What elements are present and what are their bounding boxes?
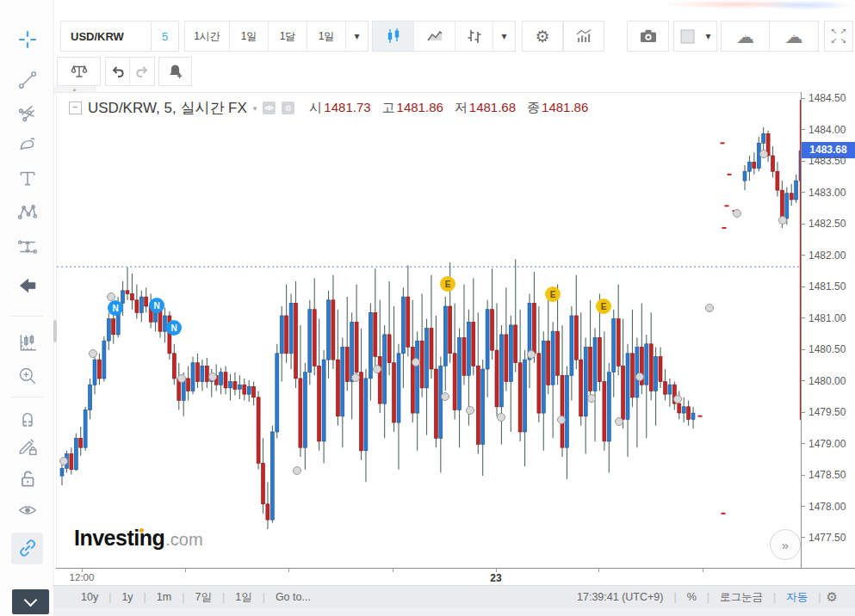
magnet-icon <box>17 408 38 428</box>
symbol-button[interactable]: USD/KRW <box>60 21 152 52</box>
crosshair-tool[interactable] <box>15 27 40 52</box>
fullscreen-button[interactable]: ↖↗↙↘ <box>824 21 853 52</box>
legend-collapse-button[interactable]: − <box>69 102 82 114</box>
range-10y-button[interactable]: 10y <box>71 591 108 603</box>
chart-legend: − USD/KRW, 5, 실시간 FX ▾ ⚙ 시1481.73 고1481.… <box>69 98 588 118</box>
trend-line-tool[interactable] <box>15 67 40 93</box>
range-7d-button[interactable]: 7일 <box>184 590 221 605</box>
time-tick <box>703 569 703 572</box>
undo-button[interactable] <box>106 58 130 85</box>
price-tick-label: 1480.00 <box>802 375 846 387</box>
long-short-position-tool[interactable] <box>15 234 40 260</box>
gann-fib-icon <box>17 102 38 123</box>
measure-tool[interactable] <box>15 330 40 355</box>
screenshot-button[interactable] <box>627 21 669 52</box>
time-tick-label: 12:00 <box>70 572 95 582</box>
chevron-down-icon: ▾ <box>354 30 359 42</box>
interval-1mo-button[interactable]: 1달 <box>269 22 307 51</box>
hide-all-tool[interactable] <box>15 497 40 523</box>
go-to-button[interactable]: Go to... <box>265 591 321 603</box>
xabcd-pattern-tool[interactable] <box>15 200 40 225</box>
area-type-button[interactable] <box>414 22 455 51</box>
range-1d-button[interactable]: 1일 <box>225 590 262 605</box>
layout-group: ☁↓ ☁↑ <box>721 21 819 52</box>
add-alert-button[interactable] <box>158 57 192 86</box>
interval-1d-button[interactable]: 1일 <box>230 22 269 51</box>
interval-1d2-button[interactable]: 1일 <box>307 22 346 51</box>
time-axis[interactable]: 12:0023 <box>56 568 855 586</box>
zoom-in-icon <box>17 366 38 386</box>
scroll-to-realtime-button[interactable]: » <box>770 529 801 560</box>
price-tick-label: 1479.00 <box>802 438 846 450</box>
axis-settings: 17:39:41 (UTC+9)| %| 로그눈금| 자동| ⚙ <box>567 589 843 605</box>
ohlc-bars-icon <box>466 28 483 45</box>
interval-dropdown-button[interactable]: ▾ <box>346 22 368 51</box>
candlestick-chart[interactable]: NNNEEE <box>57 93 802 569</box>
chart-left-handle[interactable] <box>53 320 57 342</box>
legend-visibility-button[interactable] <box>263 102 276 114</box>
price-axis[interactable]: 1483.68 1484.501484.001483.501483.001482… <box>801 92 855 568</box>
link-tool[interactable] <box>15 535 40 561</box>
text-tool[interactable] <box>15 165 40 191</box>
indicators-button[interactable] <box>563 21 604 52</box>
active-interval-label: 5 <box>162 30 168 43</box>
gear-icon: ⚙ <box>285 104 292 113</box>
price-tick-label: 1481.50 <box>802 280 846 293</box>
load-layout-button[interactable]: ☁↓ <box>722 22 770 51</box>
logo-brand: Investing <box>74 526 164 551</box>
unlocked-padlock-icon <box>17 468 38 489</box>
drawing-tools-sidebar <box>0 0 54 616</box>
chevron-down-icon: ▾ <box>705 30 710 42</box>
gann-fib-tool[interactable] <box>15 100 40 126</box>
chevron-down-icon: ▾ <box>501 30 506 42</box>
range-1m-button[interactable]: 1m <box>146 591 182 603</box>
logo-suffix: .com <box>165 530 202 551</box>
eye-icon <box>17 500 38 521</box>
price-tick-label: 1477.50 <box>802 532 846 544</box>
sidebar-collapse-button[interactable] <box>12 589 49 614</box>
zoom-in-tool[interactable] <box>15 363 40 389</box>
background-color-button[interactable] <box>674 22 700 51</box>
chevron-down-icon[interactable]: ▾ <box>253 104 257 113</box>
brush-tool[interactable] <box>15 132 40 157</box>
price-tick-label: 1483.00 <box>802 187 846 199</box>
scales-icon <box>70 63 89 80</box>
legend-settings-button[interactable]: ⚙ <box>282 102 294 114</box>
auto-scale-button[interactable]: 자동 <box>776 590 818 605</box>
chart-settings-button[interactable]: ⚙ <box>522 21 563 52</box>
area-chart-icon <box>425 28 444 45</box>
background-dropdown-button[interactable]: ▾ <box>700 22 716 51</box>
redo-arrow-icon <box>134 64 150 79</box>
chart-type-group: ▾ <box>372 21 516 52</box>
chart-type-dropdown-button[interactable]: ▾ <box>493 22 515 51</box>
camera-icon <box>639 28 658 45</box>
magnet-tool[interactable] <box>15 405 40 431</box>
compare-scales-button[interactable] <box>57 57 101 86</box>
percent-scale-button[interactable]: % <box>677 591 707 603</box>
brush-icon <box>17 134 38 155</box>
interval-1h-button[interactable]: 1시간 <box>185 22 230 51</box>
eye-icon <box>264 104 274 112</box>
background-swatch-icon <box>680 29 695 44</box>
logo-orange-dot <box>139 528 144 533</box>
ohlc-bars-type-button[interactable] <box>455 22 493 51</box>
axis-settings-gear-button[interactable]: ⚙ <box>821 589 843 605</box>
interval-5-button[interactable]: 5 <box>151 21 179 52</box>
interval-label: 1일 <box>319 29 335 44</box>
svg-text:E: E <box>550 290 556 299</box>
save-layout-button[interactable]: ☁↑ <box>770 22 818 51</box>
candlestick-type-button[interactable] <box>373 22 414 51</box>
time-tick <box>185 569 186 572</box>
time-tick-label: 23 <box>490 572 501 584</box>
back-arrow-icon <box>17 275 38 296</box>
back-tool[interactable] <box>15 273 40 299</box>
text-icon <box>17 168 38 188</box>
chart-pane[interactable]: NNNEEE − USD/KRW, 5, 실시간 FX ▾ ⚙ 시1481.73… <box>56 92 802 569</box>
log-scale-button[interactable]: 로그눈금 <box>709 590 773 605</box>
redo-button[interactable] <box>130 58 154 85</box>
lock-all-tool[interactable] <box>15 465 40 491</box>
background-group: ▾ <box>673 21 717 52</box>
drawing-lock-tool[interactable] <box>15 434 40 459</box>
range-1y-button[interactable]: 1y <box>111 591 143 603</box>
time-tick <box>393 569 393 572</box>
